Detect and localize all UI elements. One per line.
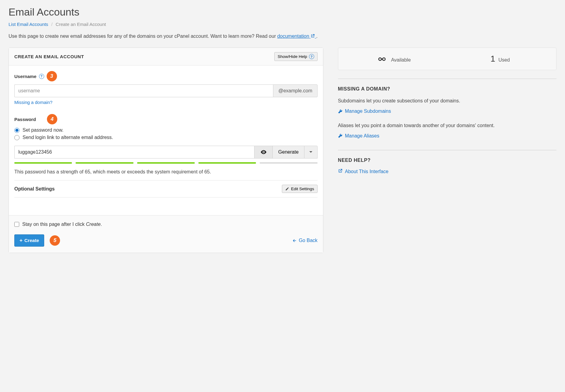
edit-settings-button[interactable]: Edit Settings — [282, 185, 318, 193]
stay-on-page-checkbox-row[interactable]: Stay on this page after I click Create. — [14, 222, 318, 227]
sidebar-subdomains-text: Subdomains let you create subsections of… — [338, 97, 556, 104]
manage-subdomains-link[interactable]: Manage Subdomains — [338, 109, 391, 114]
radio-set-password-now[interactable]: Set password now. — [14, 127, 318, 133]
breadcrumb: List Email Accounts / Create an Email Ac… — [9, 22, 556, 27]
help-icon: ? — [309, 54, 314, 59]
sidebar-missing-domain-heading: MISSING A DOMAIN? — [338, 86, 556, 92]
breadcrumb-list-link[interactable]: List Email Accounts — [9, 22, 48, 27]
breadcrumb-separator: / — [49, 22, 54, 27]
intro-text: Use this page to create new email addres… — [9, 34, 556, 39]
sidebar-need-help-heading: NEED HELP? — [338, 158, 556, 163]
wrench-icon — [338, 109, 343, 114]
password-strength-text: This password has a strength of 65, whic… — [14, 169, 318, 175]
plus-icon: + — [20, 237, 23, 244]
page-title: Email Accounts — [9, 6, 556, 18]
arrow-left-icon — [292, 238, 297, 243]
password-strength-meter — [14, 162, 318, 164]
wrench-icon — [338, 134, 343, 138]
username-label: Username — [14, 74, 37, 79]
infinity-icon — [378, 54, 389, 63]
generate-password-button[interactable]: Generate — [272, 146, 304, 159]
missing-domain-link[interactable]: Missing a domain? — [14, 100, 52, 105]
password-input[interactable] — [14, 146, 254, 159]
quota-stat-box: Available 1 Used — [338, 48, 556, 70]
pencil-icon — [285, 187, 289, 191]
step-badge-4: 4 — [47, 114, 57, 124]
stat-available: Available — [341, 54, 447, 64]
create-button[interactable]: + Create — [14, 234, 44, 247]
breadcrumb-current: Create an Email Account — [56, 22, 106, 27]
go-back-link[interactable]: Go Back — [292, 238, 317, 243]
username-input[interactable] — [14, 84, 273, 97]
radio-send-login-link[interactable]: Send login link to alternate email addre… — [14, 135, 318, 140]
panel-heading: CREATE AN EMAIL ACCOUNT — [14, 54, 84, 59]
external-link-icon — [311, 34, 316, 39]
documentation-link[interactable]: documentation — [277, 34, 316, 39]
domain-suffix: @example.com — [273, 84, 317, 97]
external-link-icon — [338, 169, 343, 174]
manage-aliases-link[interactable]: Manage Aliases — [338, 133, 379, 139]
toggle-password-visibility-button[interactable] — [254, 146, 272, 159]
username-help-icon[interactable]: ? — [39, 74, 44, 79]
optional-settings-heading: Optional Settings — [14, 186, 55, 192]
caret-down-icon — [309, 151, 313, 153]
radio-send-link-input[interactable] — [14, 135, 20, 140]
stat-used: 1 Used — [447, 54, 553, 64]
create-account-panel: CREATE AN EMAIL ACCOUNT Show/Hide Help ?… — [9, 48, 323, 253]
eye-icon — [260, 149, 267, 155]
toggle-help-button[interactable]: Show/Hide Help ? — [274, 52, 318, 61]
about-interface-link[interactable]: About This Interface — [338, 169, 389, 174]
stay-on-page-checkbox[interactable] — [14, 222, 19, 227]
sidebar-aliases-text: Aliases let you point a domain towards a… — [338, 122, 556, 129]
step-badge-5: 5 — [50, 235, 60, 246]
generate-options-dropdown[interactable] — [304, 146, 318, 159]
step-badge-3: 3 — [47, 71, 57, 81]
password-label: Password — [14, 117, 36, 122]
radio-set-now-input[interactable] — [14, 128, 20, 133]
